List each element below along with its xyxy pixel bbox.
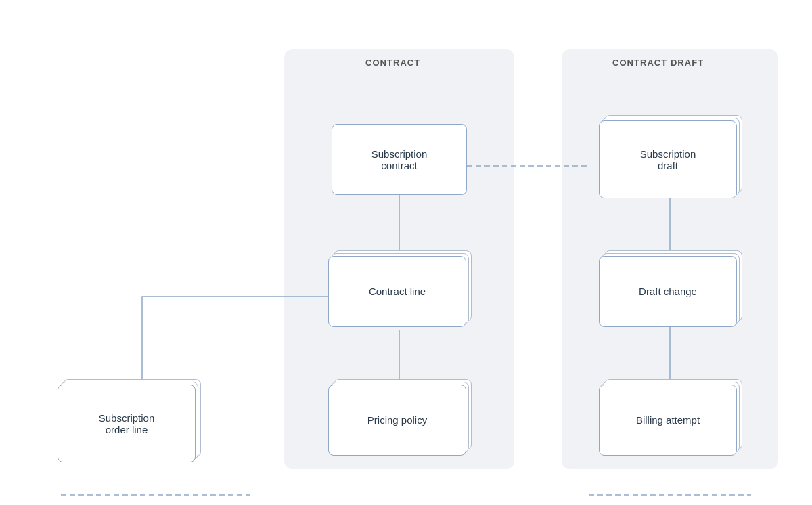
subscription-contract-card: Subscription contract (332, 124, 467, 195)
draft-change-stack: Draft change (599, 256, 737, 327)
billing-attempt-stack: Billing attempt (599, 385, 737, 456)
contract-draft-section-label: CONTRACT DRAFT (612, 58, 704, 68)
subscription-draft-stack: Subscription draft (599, 120, 737, 198)
subscription-order-line-stack: Subscription order line (58, 385, 196, 462)
contract-section-label: CONTRACT (365, 58, 420, 68)
diagram-container: CONTRACT CONTRACT DRAFT Subscription con… (20, 16, 792, 489)
contract-line-stack: Contract line (328, 256, 466, 327)
pricing-policy-stack: Pricing policy (328, 385, 466, 456)
